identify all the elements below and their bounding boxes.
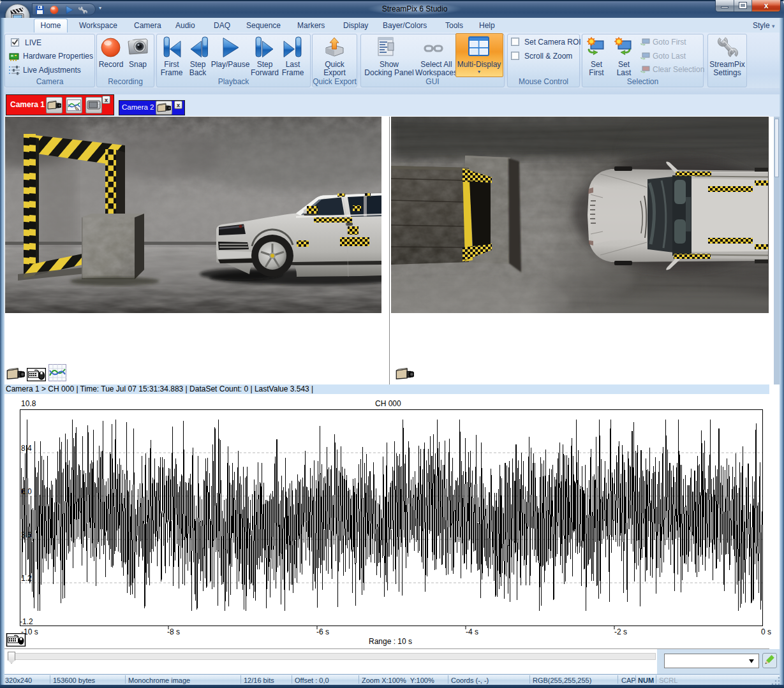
svg-text:-4 s: -4 s — [466, 627, 478, 636]
svg-text:6.0: 6.0 — [21, 487, 32, 496]
svg-text:8.4: 8.4 — [21, 444, 32, 453]
svg-text:CH 000: CH 000 — [375, 399, 401, 408]
svg-text:0 s: 0 s — [761, 627, 771, 636]
svg-text:-2 s: -2 s — [614, 627, 627, 636]
svg-text:-1.2: -1.2 — [20, 617, 33, 626]
svg-text:-8 s: -8 s — [167, 627, 180, 636]
svg-text:-6 s: -6 s — [316, 627, 329, 636]
svg-text:1.2: 1.2 — [21, 574, 32, 583]
svg-text:3.6: 3.6 — [21, 531, 32, 539]
svg-text:10.8: 10.8 — [21, 399, 36, 408]
svg-text:Range : 10 s: Range : 10 s — [369, 637, 412, 646]
